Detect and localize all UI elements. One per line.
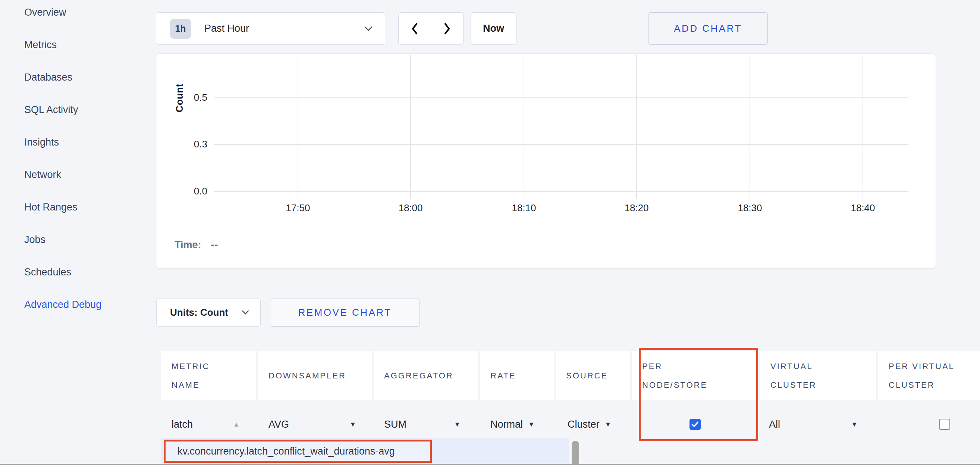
custom-chart-panel: Count 0.5 0.3 0.0 17:50 18:00 18:10 18:2… [156, 53, 936, 269]
gridline-horizontal [214, 191, 908, 192]
y-tick-label: 0.5 [162, 92, 207, 103]
sidebar-item-databases[interactable]: Databases [0, 61, 156, 94]
virtual-cluster-value: All [769, 419, 780, 430]
sidebar-item-label: Metrics [24, 39, 57, 51]
gridline-vertical [298, 55, 298, 199]
chevron-down-icon [364, 26, 372, 31]
chevron-right-icon [443, 22, 452, 35]
caret-down-icon: ▼ [605, 421, 612, 428]
column-header-rate: RATE [480, 351, 554, 400]
suggestion-label: kv.concurrency.latch_conflict_wait_durat… [178, 446, 395, 457]
sidebar-item-metrics[interactable]: Metrics [0, 29, 156, 61]
sidebar-item-label: Overview [24, 7, 66, 18]
column-header-per-node-store: PER NODE/STORE [632, 351, 758, 400]
column-header-per-virtual-cluster: PER VIRTUAL CLUSTER [878, 351, 980, 400]
per-node-store-checkbox[interactable] [689, 419, 701, 430]
time-readout-label: Time: [175, 239, 201, 251]
column-header-source: SOURCE [556, 351, 630, 400]
gridline-horizontal [214, 144, 908, 145]
downsampler-value: AVG [269, 419, 289, 430]
sidebar-item-jobs[interactable]: Jobs [0, 224, 156, 256]
gridline-vertical [862, 55, 863, 199]
y-tick-label: 0.0 [162, 185, 207, 197]
column-header-aggregator: AGGREGATOR [374, 351, 478, 400]
dropdown-scrollbar-thumb[interactable] [572, 441, 579, 465]
x-tick-label: 18:30 [727, 202, 772, 214]
x-tick-label: 18:20 [614, 202, 659, 214]
units-dropdown-label: Units: Count [170, 307, 242, 318]
sidebar-item-insights[interactable]: Insights [0, 126, 156, 158]
caret-up-icon: ▲ [233, 421, 239, 428]
time-range-dropdown[interactable]: 1h Past Hour [156, 12, 386, 45]
metric-name-suggestions-dropdown: kv.concurrency.latch_conflict_wait_durat… [161, 438, 582, 465]
sidebar-item-label: Network [24, 169, 61, 181]
virtual-cluster-select[interactable]: All ▼ [760, 400, 877, 449]
time-range-badge: 1h [170, 19, 191, 39]
gridline-vertical [749, 55, 750, 199]
sidebar-item-overview[interactable]: Overview [0, 0, 156, 29]
metric-name-value: latch [172, 419, 193, 430]
rate-value: Normal [490, 419, 523, 430]
caret-down-icon: ▼ [528, 421, 535, 428]
units-dropdown[interactable]: Units: Count [156, 299, 261, 326]
caret-down-icon: ▼ [851, 421, 858, 428]
sidebar-item-sql-activity[interactable]: SQL Activity [0, 94, 156, 126]
previous-time-window-button[interactable] [398, 12, 431, 45]
metric-config-table: METRIC NAME DOWNSAMPLER AGGREGATOR RATE … [161, 351, 980, 449]
add-chart-button[interactable]: ADD CHART [648, 12, 768, 45]
sidebar-item-hot-ranges[interactable]: Hot Ranges [0, 191, 156, 224]
now-button[interactable]: Now [471, 12, 517, 45]
column-header-virtual-cluster: VIRTUAL CLUSTER [760, 351, 877, 400]
sidebar-item-advanced-debug[interactable]: Advanced Debug [0, 288, 156, 321]
column-header-metric-name: METRIC NAME [161, 351, 256, 400]
gridline-horizontal [214, 97, 908, 98]
sidebar-item-schedules[interactable]: Schedules [0, 256, 156, 288]
column-header-downsampler: DOWNSAMPLER [258, 351, 372, 400]
sidebar-item-label: SQL Activity [24, 104, 78, 116]
time-range-label: Past Hour [204, 23, 364, 34]
next-time-window-button[interactable] [431, 12, 463, 45]
time-window-nav [398, 12, 463, 45]
caret-down-icon: ▼ [349, 421, 356, 428]
x-tick-label: 18:10 [501, 202, 546, 214]
aggregator-value: SUM [384, 419, 406, 430]
chevron-left-icon [410, 22, 419, 35]
sidebar: Overview Metrics Databases SQL Activity … [0, 0, 156, 321]
sidebar-item-label: Insights [24, 137, 59, 148]
chevron-down-icon [242, 310, 249, 315]
sidebar-item-label: Advanced Debug [24, 299, 102, 310]
sidebar-item-label: Hot Ranges [24, 201, 78, 213]
source-value: Cluster [568, 419, 600, 430]
x-tick-label: 18:40 [840, 202, 885, 214]
time-readout-value: -- [211, 239, 218, 251]
dropdown-scrollbar[interactable] [570, 438, 582, 465]
sidebar-item-label: Schedules [24, 267, 71, 278]
check-icon [691, 421, 699, 427]
x-tick-label: 17:50 [275, 202, 320, 214]
caret-down-icon: ▼ [454, 421, 461, 428]
gridline-vertical [523, 55, 524, 199]
x-tick-label: 18:00 [388, 202, 433, 214]
gridline-vertical [636, 55, 637, 199]
remove-chart-button[interactable]: REMOVE CHART [270, 299, 420, 326]
sidebar-item-label: Databases [24, 72, 72, 83]
chart-hover-time-readout: Time: -- [175, 239, 218, 251]
suggestion-item[interactable]: kv.concurrency.latch_conflict_wait_durat… [164, 439, 432, 463]
y-tick-label: 0.3 [162, 139, 207, 150]
sidebar-item-label: Jobs [24, 234, 46, 246]
per-virtual-cluster-checkbox[interactable] [939, 419, 950, 430]
metric-table-header: METRIC NAME DOWNSAMPLER AGGREGATOR RATE … [161, 351, 980, 400]
gridline-vertical [410, 55, 411, 199]
sidebar-item-network[interactable]: Network [0, 158, 156, 191]
